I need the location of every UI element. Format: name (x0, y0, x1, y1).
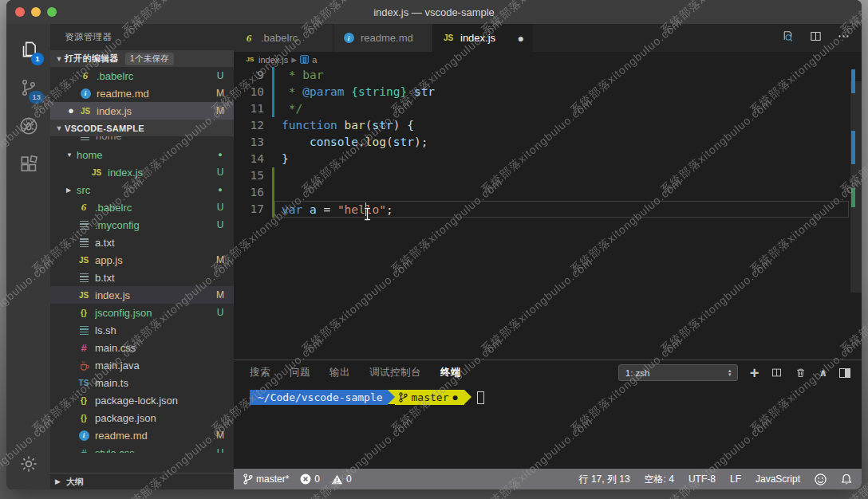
panel-header: 搜索问题输出调试控制台终端 1: zsh ▲▼ + ∧ (234, 360, 862, 385)
outline-section-header[interactable]: ▶ 大纲 (50, 473, 234, 489)
minimize-window-button[interactable] (31, 7, 41, 17)
settings-gear-button[interactable] (6, 450, 50, 481)
breadcrumb-file[interactable]: index.js (258, 55, 288, 65)
panel-tab-搜索[interactable]: 搜索 (250, 366, 270, 379)
markdown-info-icon: i (77, 430, 91, 441)
status-0[interactable]: 0 (331, 473, 352, 485)
open-editor-item[interactable]: 6.babelrcU (50, 67, 234, 84)
javascript-icon: JS (441, 33, 456, 42)
split-terminal-button[interactable] (771, 367, 783, 379)
git-status: U (215, 307, 226, 318)
terminal[interactable]: ~/Code/vscode-sample master ● (234, 385, 862, 469)
tree-item-.myconfig[interactable]: .myconfigU (50, 216, 234, 234)
panel-tab-调试控制台[interactable]: 调试控制台 (369, 366, 421, 379)
tree-item-main.css[interactable]: #main.css (50, 339, 234, 356)
editor-group: 6.babelrcireadme.mdJSindex.js● JSindex.j… (234, 24, 862, 489)
tree-item-home[interactable]: ▼home● (50, 146, 234, 163)
tree-item-.babelrc[interactable]: 6.babelrcU (50, 198, 234, 216)
tree-item-main.java[interactable]: main.java (50, 356, 234, 374)
toggle-panel-position-button[interactable] (839, 368, 850, 378)
tree-item-a.txt[interactable]: a.txt (50, 234, 234, 251)
split-editor-button[interactable] (809, 29, 823, 46)
status-0[interactable]: 0 (300, 473, 320, 485)
code-text (274, 167, 849, 184)
file-name: .myconfig (95, 219, 140, 231)
breadcrumb-symbol[interactable]: a (312, 55, 317, 65)
tree-item-main.ts[interactable]: TSmain.ts (50, 374, 234, 391)
more-actions-button[interactable] (837, 29, 850, 46)
tree-item-jsconfig.json[interactable]: {}jsconfig.jsonU (50, 304, 234, 321)
status-feedback[interactable] (815, 473, 827, 485)
editor-tab-.babelrc[interactable]: 6.babelrc (234, 24, 333, 52)
tree-item-index.js[interactable]: JSindex.jsM (50, 286, 234, 304)
file-name: main.ts (95, 377, 128, 389)
panel-tab-问题[interactable]: 问题 (290, 366, 310, 379)
status-bell[interactable] (841, 473, 852, 485)
tree-item-readme.md[interactable]: ireadme.mdM (50, 426, 234, 444)
java-icon (77, 360, 91, 371)
tree-item-package-lock.json[interactable]: {}package-lock.json (50, 391, 234, 409)
zoom-window-button[interactable] (47, 7, 57, 17)
code-line-10[interactable]: 10 * @param {string} str (234, 84, 862, 100)
code-line-13[interactable]: 13 console.log(str); (234, 134, 862, 151)
tree-item-b.txt[interactable]: b.txt (50, 269, 234, 286)
file-name: main.css (95, 342, 136, 354)
code-text: */ (274, 100, 849, 117)
open-changes-button[interactable] (781, 29, 795, 46)
breadcrumb[interactable]: JSindex.js ▶ [] a (234, 52, 862, 67)
more-actions-icon (837, 29, 850, 46)
code-line-15[interactable]: 15 (234, 167, 862, 184)
dirty-dot[interactable]: ● (518, 32, 524, 45)
file-name: readme.md (97, 88, 149, 100)
status--4[interactable]: 空格: 4 (645, 473, 674, 486)
code-line-14[interactable]: 14} (234, 151, 862, 167)
tree-item-src[interactable]: ▶src● (50, 181, 234, 198)
code-line-12[interactable]: 12function bar(str) { (234, 117, 862, 134)
git-status: M (215, 289, 226, 301)
open-editor-item[interactable]: ireadme.mdM (50, 84, 234, 102)
tree-item-index.js[interactable]: JSindex.jsU (50, 163, 234, 181)
tree-item-app.js[interactable]: JSapp.jsM (50, 251, 234, 269)
file-name: .babelrc (97, 70, 133, 82)
editor-tab-index.js[interactable]: JSindex.js● (433, 24, 533, 52)
tree-item-package.json[interactable]: {}package.json (50, 409, 234, 426)
file-name: .babelrc (95, 202, 132, 214)
panel-tab-终端[interactable]: 终端 (440, 366, 461, 379)
git-dirty-dot: ● (453, 390, 458, 405)
json-icon: {} (77, 414, 91, 422)
terminal-select[interactable]: 1: zsh ▲▼ (618, 364, 738, 381)
panel-tab-输出[interactable]: 输出 (329, 366, 350, 379)
status-lf[interactable]: LF (730, 473, 741, 485)
code-line-11[interactable]: 11 */ (234, 100, 862, 117)
status-master-[interactable]: master* (243, 473, 289, 485)
tab-bar: 6.babelrcireadme.mdJSindex.js● (234, 24, 862, 52)
terminal-prompt: ~/Code/vscode-sample master ● (250, 390, 862, 405)
close-window-button[interactable] (15, 7, 25, 17)
status-utf-8[interactable]: UTF-8 (688, 473, 716, 485)
file-name: main.java (95, 360, 140, 371)
new-terminal-button[interactable]: + (750, 367, 760, 379)
code-editor[interactable]: 9 * bar10 * @param {string} str11 */12fu… (234, 67, 862, 360)
code-line-17[interactable]: 17var a = "hello"; (234, 201, 862, 218)
maximize-panel-button[interactable]: ∧ (819, 367, 827, 379)
status-label: master* (256, 473, 289, 485)
editor-scrollbar[interactable] (850, 81, 862, 293)
open-editors-header[interactable]: ▼ 打开的编辑器 1个未保存 (50, 50, 234, 67)
status-javascript[interactable]: JavaScript (756, 473, 800, 485)
tree-item-style.css[interactable]: #style.cssU (50, 444, 234, 453)
git-status: ● (215, 151, 226, 159)
code-line-16[interactable]: 16 (234, 184, 862, 201)
activity-extensions[interactable] (6, 147, 50, 185)
activity-source-control[interactable]: 13 (6, 70, 50, 108)
activity-explorer[interactable]: 1 (6, 32, 50, 70)
activity-debug[interactable] (6, 108, 50, 147)
git-status: M (215, 254, 226, 265)
code-line-9[interactable]: 9 * bar (234, 67, 862, 84)
open-editor-item[interactable]: ●JSindex.jsM (50, 102, 234, 120)
markdown-info-icon: i (78, 88, 93, 99)
status--17-13[interactable]: 行 17, 列 13 (579, 473, 630, 486)
folder-section-header[interactable]: ▼ VSCODE-SAMPLE (50, 120, 234, 136)
tree-item-ls.sh[interactable]: ls.sh (50, 321, 234, 339)
kill-terminal-button[interactable] (795, 367, 807, 379)
editor-tab-readme.md[interactable]: ireadme.md (333, 24, 433, 52)
